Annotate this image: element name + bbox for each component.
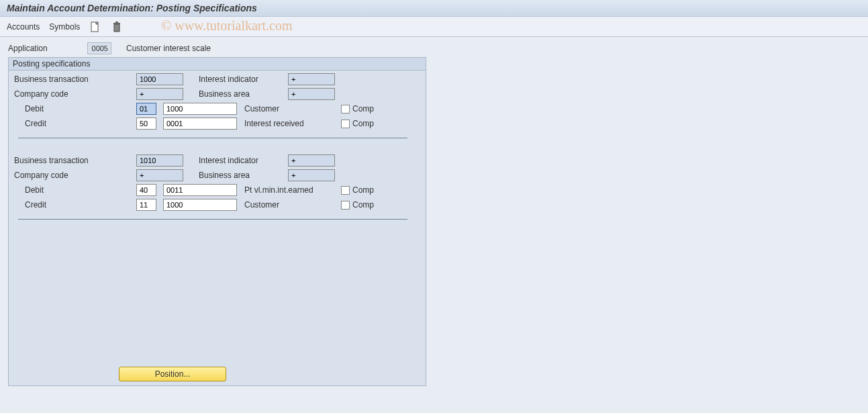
content-area: Application 0005 Customer interest scale…	[0, 37, 868, 392]
application-code: 0005	[87, 42, 111, 54]
page-title: Maintain Account Determination: Posting …	[0, 0, 868, 17]
credit-comp-checkbox[interactable]	[341, 201, 350, 210]
watermark: © www.tutorialkart.com	[161, 18, 293, 34]
debit-key-input[interactable]	[136, 184, 156, 196]
debit-account-input[interactable]	[163, 184, 237, 196]
business-area-label: Business area	[192, 171, 288, 180]
credit-account-input[interactable]	[163, 199, 237, 211]
company-code-label: Company code	[13, 171, 136, 180]
business-transaction-label: Business transaction	[13, 75, 136, 84]
posting-section: Business transaction Interest indicator …	[9, 71, 426, 152]
comp-label: Comp	[352, 119, 374, 128]
application-row: Application 0005 Customer interest scale	[8, 42, 860, 54]
menu-symbols[interactable]: Symbols	[49, 22, 80, 32]
posting-specs-group: Posting specifications Business transact…	[8, 57, 426, 386]
credit-label: Credit	[13, 119, 136, 128]
credit-key-input[interactable]	[136, 118, 156, 130]
interest-indicator-input[interactable]	[288, 154, 335, 167]
credit-key-input[interactable]	[136, 199, 156, 211]
group-title: Posting specifications	[9, 58, 426, 71]
create-icon[interactable]	[89, 21, 101, 33]
business-transaction-label: Business transaction	[13, 156, 136, 165]
credit-account-input[interactable]	[163, 118, 237, 130]
debit-comp-checkbox[interactable]	[341, 105, 350, 113]
credit-comp-checkbox[interactable]	[341, 120, 350, 128]
debit-comp-checkbox[interactable]	[341, 186, 350, 195]
section-divider	[18, 138, 407, 138]
credit-desc: Customer	[240, 200, 341, 210]
company-code-label: Company code	[13, 89, 136, 99]
business-transaction-input[interactable]	[136, 154, 183, 167]
toolbar: Accounts Symbols © www.tutorialkart.com	[0, 17, 868, 37]
svg-rect-2	[113, 23, 120, 24]
business-area-input[interactable]	[288, 169, 335, 181]
credit-label: Credit	[13, 200, 136, 210]
company-code-input[interactable]	[136, 169, 183, 181]
menu-accounts[interactable]: Accounts	[7, 22, 40, 32]
comp-label: Comp	[352, 200, 374, 210]
debit-account-input[interactable]	[163, 103, 237, 115]
business-transaction-input[interactable]	[136, 73, 183, 85]
debit-desc: Customer	[240, 104, 341, 113]
interest-indicator-label: Interest indicator	[192, 156, 288, 165]
svg-rect-3	[115, 21, 118, 23]
posting-section: Business transaction Interest indicator …	[9, 152, 426, 233]
interest-indicator-label: Interest indicator	[192, 75, 288, 84]
comp-label: Comp	[352, 185, 374, 195]
application-label: Application	[8, 44, 82, 53]
application-desc: Customer interest scale	[117, 44, 211, 53]
business-area-label: Business area	[192, 89, 288, 99]
debit-label: Debit	[13, 104, 136, 113]
debit-label: Debit	[13, 185, 136, 195]
credit-desc: Interest received	[240, 119, 341, 128]
delete-icon[interactable]	[111, 21, 123, 33]
company-code-input[interactable]	[136, 88, 183, 100]
svg-rect-1	[114, 24, 119, 32]
business-area-input[interactable]	[288, 88, 335, 100]
debit-key-input[interactable]	[136, 103, 156, 115]
position-button[interactable]: Position...	[119, 367, 226, 381]
comp-label: Comp	[352, 104, 374, 113]
section-divider	[18, 219, 407, 220]
interest-indicator-input[interactable]	[288, 73, 335, 85]
debit-desc: Pt vl.min.int.earned	[240, 185, 341, 195]
